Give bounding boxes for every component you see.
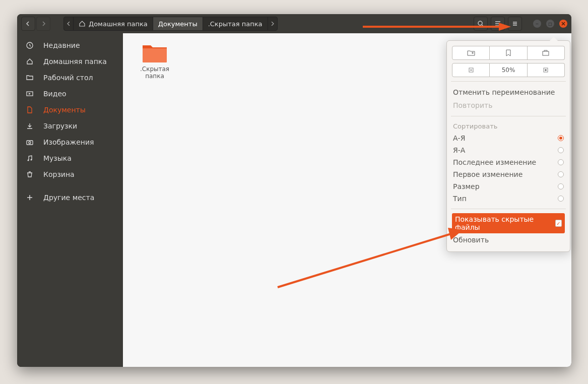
sort-label: Сортировать (452, 120, 565, 132)
close-button[interactable] (559, 20, 567, 28)
folder-item-hidden[interactable]: .Скрытая папка (132, 42, 177, 80)
folder-icon (142, 42, 168, 63)
new-tab-button[interactable] (528, 46, 565, 60)
breadcrumb-documents[interactable]: Документы (153, 17, 203, 30)
zoom-out-button[interactable] (452, 63, 490, 77)
undo-menu-item[interactable]: Отменить переименование (452, 86, 565, 99)
redo-menu-item: Повторить (452, 99, 565, 112)
plus-icon (25, 194, 34, 202)
sidebar-item-downloads[interactable]: Загрузки (17, 118, 123, 134)
sidebar-item-label: Недавние (43, 41, 80, 49)
tab-icon (542, 50, 549, 56)
radio-icon (558, 183, 564, 189)
sidebar-item-label: Рабочий стол (43, 74, 93, 82)
document-icon (25, 106, 34, 114)
svg-point-5 (28, 160, 29, 161)
sidebar-item-label: Видео (43, 90, 67, 98)
radio-icon (558, 135, 564, 141)
sidebar-item-recent[interactable]: Недавние (17, 37, 123, 53)
show-hidden-files-toggle[interactable]: Показывать скрытые файлы ✓ (452, 213, 565, 233)
bookmark-button[interactable] (490, 46, 527, 60)
sidebar-item-videos[interactable]: Видео (17, 86, 123, 102)
sort-option-label: Первое изменение (453, 170, 522, 178)
music-icon (25, 154, 34, 162)
trash-icon (25, 170, 34, 178)
video-icon (25, 90, 34, 98)
clock-icon (25, 41, 34, 49)
radio-icon (558, 171, 564, 177)
titlebar: Домашняя папка Документы .Скрытая папка (17, 14, 571, 33)
sidebar: Недавние Домашняя папка Рабочий стол Вид… (17, 33, 123, 367)
sort-option-size[interactable]: Размер (452, 180, 565, 193)
search-button[interactable] (474, 17, 488, 31)
sidebar-item-label: Документы (43, 106, 86, 114)
home-icon (79, 20, 86, 27)
sidebar-item-label: Корзина (43, 170, 75, 178)
breadcrumb: Домашняя папка Документы .Скрытая папка (63, 17, 278, 31)
folder-icon (25, 74, 34, 82)
forward-button[interactable] (36, 17, 50, 31)
breadcrumb-hidden-folder[interactable]: .Скрытая папка (203, 17, 268, 30)
show-hidden-label: Показывать скрытые файлы (455, 215, 555, 231)
breadcrumb-home[interactable]: Домашняя папка (74, 17, 153, 30)
folder-label: .Скрытая папка (140, 66, 169, 80)
sort-option-last-modified[interactable]: Последнее изменение (452, 156, 565, 168)
svg-point-6 (31, 159, 32, 161)
svg-rect-7 (543, 51, 549, 55)
close-icon (561, 22, 565, 26)
breadcrumb-hidden-folder-label: .Скрытая папка (208, 20, 263, 28)
sort-option-za[interactable]: Я-А (452, 144, 565, 156)
breadcrumb-next-button[interactable] (268, 17, 277, 30)
maximize-button[interactable]: □ (546, 20, 554, 28)
camera-icon (25, 138, 34, 146)
sort-option-label: Размер (453, 182, 480, 190)
list-view-icon (494, 20, 501, 27)
sidebar-item-home[interactable]: Домашняя папка (17, 53, 123, 70)
new-folder-icon (467, 50, 475, 56)
sort-option-az[interactable]: А-Я (452, 132, 565, 144)
bookmark-icon (506, 49, 511, 56)
breadcrumb-prev-button[interactable] (64, 17, 74, 30)
radio-icon (558, 147, 564, 153)
file-manager-window: Домашняя папка Документы .Скрытая папка (17, 14, 571, 367)
zoom-in-button[interactable] (528, 63, 565, 77)
reload-menu-item[interactable]: Обновить (452, 233, 565, 246)
sort-option-label: Я-А (453, 146, 465, 154)
hamburger-popover: 50% Отменить переименование Повторить Со… (446, 40, 570, 252)
sort-option-label: Тип (453, 195, 467, 203)
sort-option-first-modified[interactable]: Первое изменение (452, 168, 565, 180)
minimize-button[interactable]: ─ (533, 20, 541, 28)
sidebar-item-trash[interactable]: Корзина (17, 166, 123, 182)
sort-option-type[interactable]: Тип (452, 193, 565, 205)
sidebar-item-pictures[interactable]: Изображения (17, 134, 123, 150)
hamburger-icon (511, 20, 518, 27)
checkbox-icon: ✓ (555, 220, 562, 227)
plus-icon (543, 68, 548, 73)
radio-icon (558, 196, 564, 202)
sidebar-item-music[interactable]: Музыка (17, 150, 123, 166)
sidebar-item-desktop[interactable]: Рабочий стол (17, 70, 123, 86)
breadcrumb-home-label: Домашняя папка (89, 20, 148, 28)
sidebar-item-label: Загрузки (43, 122, 77, 130)
radio-icon (558, 159, 564, 165)
minus-icon (469, 68, 474, 73)
sidebar-item-other-places[interactable]: Другие места (17, 189, 123, 206)
sort-option-label: А-Я (453, 134, 465, 142)
back-button[interactable] (21, 17, 35, 31)
sidebar-item-documents[interactable]: Документы (17, 102, 123, 118)
svg-point-4 (29, 142, 31, 144)
view-toggle-button[interactable] (491, 17, 505, 31)
download-icon (25, 122, 34, 130)
breadcrumb-documents-label: Документы (158, 20, 198, 28)
sidebar-item-label: Домашняя папка (43, 57, 107, 66)
sidebar-item-label: Другие места (43, 194, 94, 202)
new-folder-button[interactable] (452, 46, 490, 60)
home-icon (25, 57, 34, 66)
search-icon (477, 20, 484, 27)
svg-rect-3 (27, 141, 33, 145)
svg-point-0 (478, 21, 482, 25)
zoom-level[interactable]: 50% (490, 63, 527, 77)
hamburger-menu-button[interactable] (508, 17, 522, 31)
sidebar-item-label: Музыка (43, 154, 72, 162)
sidebar-item-label: Изображения (43, 138, 94, 146)
